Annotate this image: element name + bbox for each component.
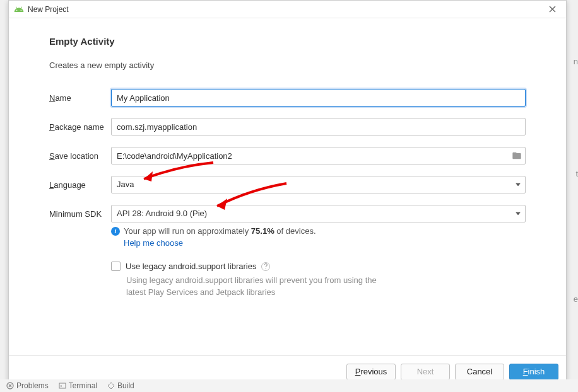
page-title: Empty Activity xyxy=(49,36,526,47)
language-label: Language xyxy=(49,180,111,190)
page-description: Creates a new empty activity xyxy=(49,61,526,70)
dialog-content: Empty Activity Creates a new empty activ… xyxy=(9,18,566,355)
new-project-dialog: New Project Empty Activity Creates a new… xyxy=(8,0,567,388)
next-button[interactable]: Next xyxy=(401,364,450,380)
build-icon xyxy=(107,382,115,389)
help-me-choose-link[interactable]: Help me choose xyxy=(124,238,526,248)
background-fragment: e xyxy=(574,294,578,304)
info-icon: i xyxy=(111,227,120,236)
previous-button[interactable]: Previous xyxy=(346,364,396,380)
coverage-text: Your app will run on approximately 75.1%… xyxy=(124,226,316,236)
name-row: Name xyxy=(49,89,526,107)
finish-button[interactable]: Finish xyxy=(509,364,558,380)
status-build[interactable]: Build xyxy=(107,381,134,390)
problems-icon xyxy=(6,382,14,389)
legacy-checkbox-label: Use legacy android.support libraries xyxy=(126,262,256,271)
ide-status-bar: Problems Terminal Build xyxy=(0,379,578,392)
android-icon xyxy=(14,4,24,14)
minimum-sdk-select[interactable]: API 28: Android 9.0 (Pie) xyxy=(111,205,526,222)
package-input[interactable] xyxy=(111,118,526,135)
status-problems[interactable]: Problems xyxy=(6,381,49,390)
language-row: Language Java xyxy=(49,176,526,193)
legacy-libraries-checkbox[interactable] xyxy=(111,262,121,271)
close-icon xyxy=(549,6,556,13)
location-input[interactable] xyxy=(111,147,526,164)
svg-rect-1 xyxy=(59,383,66,388)
legacy-checkbox-row: Use legacy android.support libraries ? xyxy=(111,262,526,271)
background-fragment: n xyxy=(574,57,578,66)
package-label: Package name xyxy=(49,122,111,132)
window-title: New Project xyxy=(28,5,543,14)
location-row: Save location xyxy=(49,147,526,164)
minsdk-row: Minimum SDK API 28: Android 9.0 (Pie) xyxy=(49,205,526,222)
close-button[interactable] xyxy=(543,1,561,18)
package-row: Package name xyxy=(49,118,526,135)
terminal-icon xyxy=(59,382,66,389)
background-fragment: t xyxy=(575,169,578,178)
help-icon[interactable]: ? xyxy=(261,262,270,271)
title-bar: New Project xyxy=(9,1,566,18)
location-label: Save location xyxy=(49,151,111,161)
minsdk-label: Minimum SDK xyxy=(49,209,111,219)
device-coverage-info: i Your app will run on approximately 75.… xyxy=(111,226,526,248)
name-input[interactable] xyxy=(111,89,526,107)
name-label: Name xyxy=(49,93,111,103)
status-terminal[interactable]: Terminal xyxy=(59,381,97,390)
cancel-button[interactable]: Cancel xyxy=(455,364,504,380)
legacy-hint-text: Using legacy android.support libraries w… xyxy=(126,275,391,299)
folder-browse-icon[interactable] xyxy=(512,151,522,161)
language-select[interactable]: Java xyxy=(111,176,526,193)
